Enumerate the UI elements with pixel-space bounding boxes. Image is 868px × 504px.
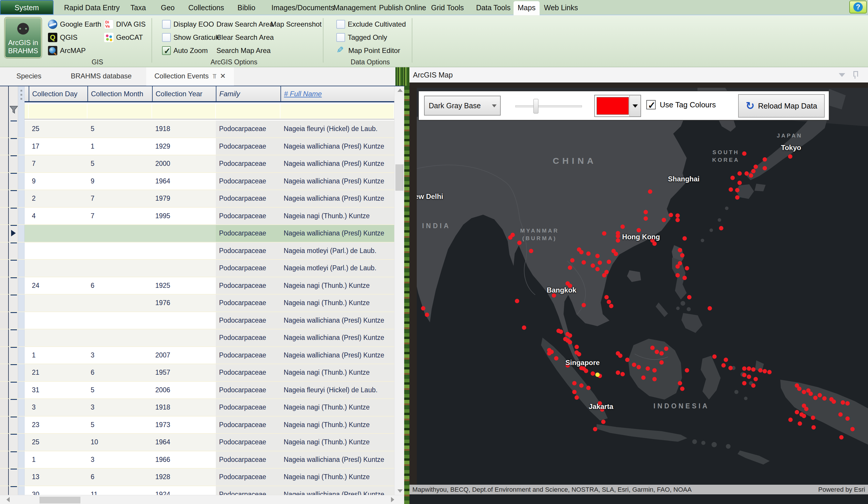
- table-cell[interactable]: 1924: [152, 486, 216, 495]
- checkbox-checked-icon[interactable]: [646, 100, 656, 110]
- map-point[interactable]: [745, 172, 749, 176]
- table-cell[interactable]: 5: [87, 416, 152, 433]
- map-point[interactable]: [616, 234, 620, 238]
- table-cell[interactable]: 1966: [152, 451, 216, 468]
- opacity-slider[interactable]: [515, 91, 582, 121]
- map-point[interactable]: [547, 351, 551, 356]
- table-cell[interactable]: [24, 486, 29, 495]
- map-point[interactable]: [616, 238, 620, 243]
- map-point[interactable]: [579, 250, 584, 255]
- table-cell[interactable]: 1995: [152, 208, 216, 225]
- table-cell[interactable]: 7: [87, 190, 152, 207]
- map-point[interactable]: [660, 351, 664, 356]
- map-point[interactable]: [680, 387, 685, 391]
- table-cell[interactable]: [24, 243, 29, 259]
- table-cell[interactable]: [24, 121, 29, 137]
- gis-item-qgis[interactable]: QGIS: [48, 31, 78, 44]
- menu-item-collections[interactable]: Collections: [184, 0, 228, 15]
- map-point[interactable]: [652, 377, 657, 381]
- table-cell[interactable]: 6: [87, 469, 152, 486]
- chevron-down-icon[interactable]: [839, 73, 845, 77]
- table-cell[interactable]: 7: [87, 208, 152, 225]
- column-header-collection-year[interactable]: Collection Year: [152, 86, 216, 102]
- table-row[interactable]: 131966PodocarpaceaeNageia wallichiana (P…: [0, 451, 394, 469]
- table-cell[interactable]: 24: [29, 277, 87, 294]
- table-cell[interactable]: 1918: [152, 121, 216, 137]
- map-point[interactable]: [846, 416, 850, 421]
- map-point[interactable]: [823, 397, 827, 401]
- map-point[interactable]: [637, 228, 641, 233]
- map-point[interactable]: [751, 367, 756, 372]
- use-tag-colours-checkbox[interactable]: Use Tag Colours: [646, 100, 716, 110]
- map-point[interactable]: [522, 326, 526, 330]
- menu-item-geo[interactable]: Geo: [157, 0, 179, 15]
- gis-item-arcmap[interactable]: ArcMAP: [48, 44, 86, 57]
- table-cell[interactable]: Podocarpaceae: [216, 138, 280, 155]
- table-cell[interactable]: Nageia motleyi (Parl.) de Laub.: [280, 260, 394, 277]
- table-row[interactable]: 2551918PodocarpaceaeNageia fleuryi (Hick…: [0, 121, 394, 138]
- map-point[interactable]: [749, 174, 753, 178]
- map-point[interactable]: [685, 266, 689, 270]
- table-cell[interactable]: [24, 364, 29, 381]
- map-point[interactable]: [641, 376, 646, 380]
- map-point[interactable]: [675, 218, 680, 222]
- column-header-collection-month[interactable]: Collection Month: [87, 86, 152, 102]
- table-cell[interactable]: [24, 225, 29, 242]
- vertical-scrollbar-thumb[interactable]: [395, 164, 404, 191]
- map-point[interactable]: [529, 249, 534, 253]
- table-cell[interactable]: 23: [29, 416, 87, 433]
- colour-dropdown-button[interactable]: [629, 95, 640, 116]
- table-cell[interactable]: [87, 243, 152, 259]
- checkbox-unchecked-icon[interactable]: [336, 33, 345, 42]
- filter-cell[interactable]: [29, 104, 87, 119]
- table-cell[interactable]: [24, 295, 29, 311]
- map-point[interactable]: [607, 260, 611, 264]
- horizontal-scrollbar[interactable]: [0, 495, 404, 504]
- gis-item-geocat[interactable]: GeoCAT: [104, 31, 143, 44]
- table-cell[interactable]: Nageia wallichiana (Presl) Kuntze: [280, 225, 394, 242]
- menu-item-grid-tools[interactable]: Grid Tools: [427, 0, 468, 15]
- table-cell[interactable]: [152, 243, 216, 259]
- map-point[interactable]: [602, 273, 607, 278]
- map-point[interactable]: [625, 358, 630, 362]
- table-cell[interactable]: 7: [29, 155, 87, 172]
- map-point[interactable]: [687, 295, 692, 299]
- table-row[interactable]: 30111924PodocarpaceaeNageia wallichiana …: [0, 486, 394, 495]
- table-cell[interactable]: Nageia nagi (Thunb.) Kuntze: [280, 295, 394, 311]
- table-cell[interactable]: [24, 329, 29, 346]
- map-point[interactable]: [601, 420, 606, 424]
- table-cell[interactable]: 9: [29, 173, 87, 190]
- table-cell[interactable]: 1: [29, 451, 87, 468]
- table-row[interactable]: PodocarpaceaeNageia motleyi (Parl.) de L…: [0, 243, 394, 260]
- table-cell[interactable]: Nageia nagi (Thunb.) Kuntze: [280, 208, 394, 225]
- table-cell[interactable]: Nageia fleuryi (Hickel) de Laub.: [280, 382, 394, 399]
- map-point[interactable]: [575, 395, 579, 400]
- map-point[interactable]: [708, 306, 712, 311]
- map-point[interactable]: [729, 187, 733, 192]
- table-cell[interactable]: 3: [87, 451, 152, 468]
- map-point[interactable]: [660, 360, 664, 365]
- map-point[interactable]: [421, 306, 425, 311]
- map-point[interactable]: [575, 345, 579, 349]
- map-point[interactable]: [586, 251, 591, 256]
- filter-cell[interactable]: [24, 104, 29, 119]
- table-cell[interactable]: 1918: [152, 399, 216, 416]
- table-cell[interactable]: 1: [29, 347, 87, 364]
- map-canvas[interactable]: CHINASOUTH KOREAJAPANINDIAMYANMAR (BURMA…: [410, 82, 868, 494]
- table-cell[interactable]: Podocarpaceae: [216, 382, 280, 399]
- horizontal-scrollbar-thumb[interactable]: [40, 497, 80, 503]
- table-cell[interactable]: [24, 347, 29, 364]
- map-point[interactable]: [554, 356, 559, 361]
- scroll-down-icon[interactable]: [397, 490, 403, 493]
- table-cell[interactable]: Podocarpaceae: [216, 416, 280, 433]
- map-point[interactable]: [664, 347, 669, 351]
- map-point[interactable]: [568, 340, 572, 344]
- table-cell[interactable]: Podocarpaceae: [216, 173, 280, 190]
- map-point[interactable]: [570, 258, 575, 263]
- filter-cell[interactable]: [152, 104, 216, 119]
- map-point[interactable]: [648, 189, 652, 194]
- map-point[interactable]: [568, 333, 572, 338]
- table-row[interactable]: 2351973PodocarpaceaeNageia nagi (Thunb.)…: [0, 416, 394, 434]
- tab-pin-icon[interactable]: ⫪: [213, 68, 216, 85]
- map-point[interactable]: [846, 401, 850, 406]
